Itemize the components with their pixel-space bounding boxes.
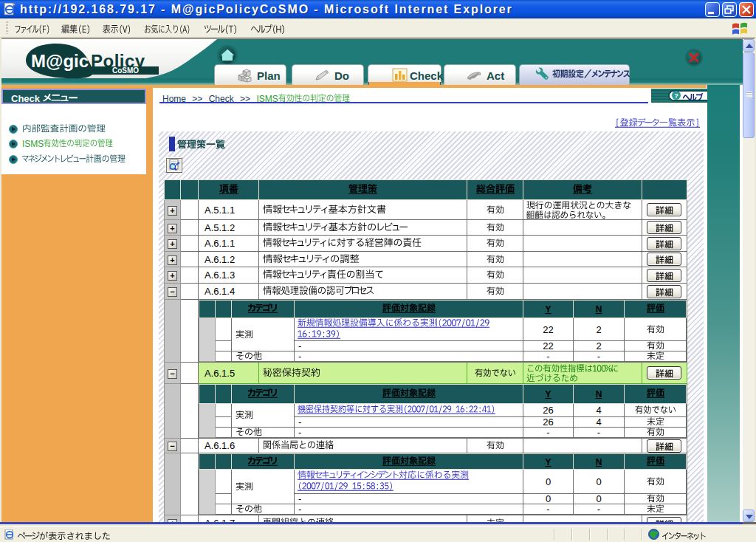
- svg-text:CoSMO: CoSMO: [112, 66, 139, 75]
- svg-text:M@gic: M@gic: [31, 51, 89, 71]
- svg-text:?: ?: [674, 92, 678, 100]
